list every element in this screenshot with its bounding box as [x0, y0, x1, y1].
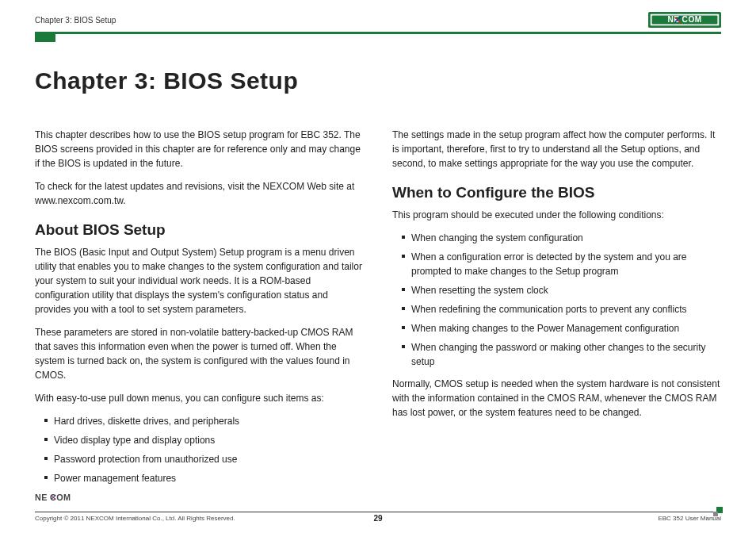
list-item: Power management features [44, 471, 364, 485]
list-item: When changing the password or making oth… [402, 340, 721, 369]
intro-paragraph-2: To check for the latest updates and revi… [35, 179, 364, 208]
list-item: Video display type and display options [44, 433, 364, 447]
list-item: When redefining the communication ports … [402, 302, 721, 316]
left-column: This chapter describes how to use the BI… [35, 128, 364, 493]
rule-tab [35, 34, 55, 42]
columns: This chapter describes how to use the BI… [35, 128, 721, 493]
nexcom-logo-bottom: NE COM [35, 492, 92, 505]
list-item: Password protection from unauthorized us… [44, 452, 364, 466]
page-title: Chapter 3: BIOS Setup [35, 67, 721, 94]
svg-text:NE COM: NE COM [667, 15, 701, 24]
top-rule [35, 32, 721, 34]
header-row: Chapter 3: BIOS Setup NE COM [35, 11, 721, 29]
nexcom-logo-top: NE COM [648, 11, 721, 29]
when-list: When changing the system configuration W… [402, 231, 721, 369]
when-lead: This program should be executed under th… [392, 208, 721, 222]
list-item: When changing the system configuration [402, 231, 721, 245]
list-item: When making changes to the Power Managem… [402, 321, 721, 336]
list-item: Hard drives, diskette drives, and periph… [44, 414, 364, 428]
footer: NE COM Copyright © 2011 NEXCOM Internati… [35, 492, 721, 522]
about-paragraph-1: The BIOS (Basic Input and Output System)… [35, 245, 364, 316]
right-column: The settings made in the setup program a… [392, 128, 721, 493]
bottom-rule [35, 512, 721, 512]
intro-paragraph-1: This chapter describes how to use the BI… [35, 128, 364, 171]
footer-row: Copyright © 2011 NEXCOM International Co… [35, 515, 721, 522]
page-content: Chapter 3: BIOS Setup This chapter descr… [35, 34, 721, 493]
list-item: When resetting the system clock [402, 283, 721, 297]
chapter-label: Chapter 3: BIOS Setup [35, 16, 116, 25]
about-paragraph-3: With easy-to-use pull down menus, you ca… [35, 391, 364, 405]
copyright-text: Copyright © 2011 NEXCOM International Co… [35, 515, 235, 522]
about-paragraph-2: These parameters are stored in non-volat… [35, 325, 364, 382]
right-intro: The settings made in the setup program a… [392, 128, 721, 171]
list-item: When a configuration error is detected b… [402, 250, 721, 278]
corner-squares-icon [712, 507, 723, 516]
heading-when: When to Configure the BIOS [392, 182, 721, 205]
when-tail: Normally, CMOS setup is needed when the … [392, 377, 721, 420]
page-number: 29 [373, 514, 382, 523]
heading-about: About BIOS Setup [35, 219, 364, 242]
about-list: Hard drives, diskette drives, and periph… [44, 414, 364, 485]
